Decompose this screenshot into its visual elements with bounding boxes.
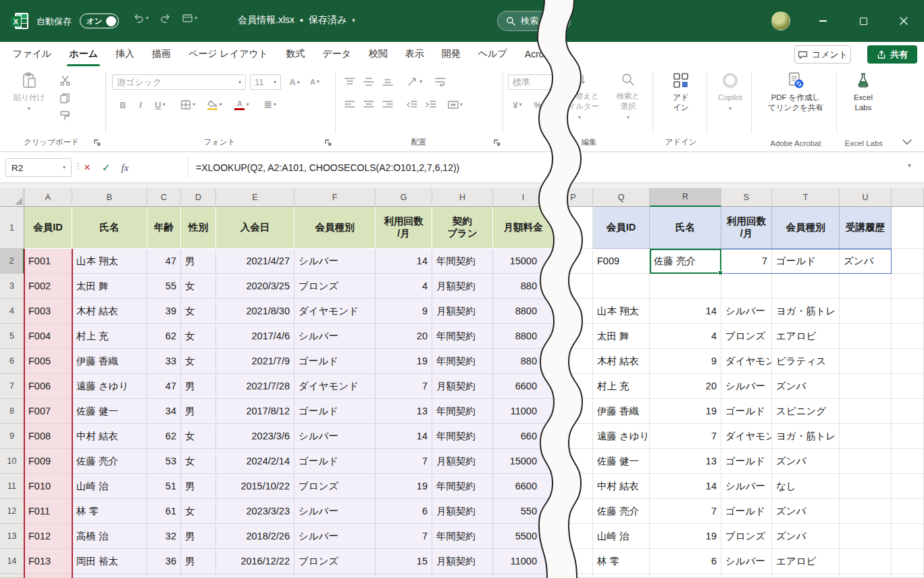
cell-D12[interactable]: 女: [181, 499, 216, 524]
cell-Q8[interactable]: 伊藤 香織: [593, 399, 650, 424]
cell-Q6[interactable]: 木村 結衣: [593, 349, 650, 374]
cell-C11[interactable]: 51: [147, 474, 181, 499]
cell-C12[interactable]: 61: [147, 499, 181, 524]
cell-F10[interactable]: ゴールド: [294, 449, 376, 474]
cell-E3[interactable]: 2020/3/25: [216, 274, 294, 299]
cell-G9[interactable]: 14: [376, 424, 432, 449]
cell-Q13[interactable]: 山崎 治: [593, 524, 650, 549]
cell-V14[interactable]: [892, 549, 924, 574]
pdf-share-button[interactable]: PDF を作成し てリンクを共有: [758, 72, 833, 113]
cell-I12[interactable]: 550: [493, 499, 554, 524]
tab-acrobat[interactable]: Acrobat: [516, 42, 566, 66]
cell-T9[interactable]: ヨガ・筋トレ: [772, 424, 840, 449]
cell-D15[interactable]: [181, 574, 216, 578]
cell-C8[interactable]: 34: [147, 399, 181, 424]
cell-P14[interactable]: [554, 549, 593, 574]
cell-E10[interactable]: 2024/2/14: [216, 449, 294, 474]
cell-R1[interactable]: 氏名: [650, 207, 721, 249]
cell-I5[interactable]: 8800: [493, 324, 554, 349]
cell-U11[interactable]: [840, 474, 892, 499]
format-painter-button[interactable]: [57, 108, 73, 123]
col-header-U[interactable]: U: [840, 188, 892, 207]
cell-U12[interactable]: [840, 499, 892, 524]
cell-T14[interactable]: エアロビ: [772, 549, 840, 574]
col-header-S[interactable]: S: [721, 188, 772, 207]
col-header-Q[interactable]: Q: [593, 188, 650, 207]
cell-E15[interactable]: [216, 574, 294, 578]
cell-S15[interactable]: [721, 574, 772, 578]
cell-C10[interactable]: 53: [147, 449, 181, 474]
cell-F4[interactable]: ダイヤモンド: [294, 299, 376, 324]
cell-R13[interactable]: 19: [650, 524, 721, 549]
cell-G11[interactable]: 19: [376, 474, 432, 499]
font-dialog-launcher[interactable]: [324, 137, 334, 147]
align-left-button[interactable]: [342, 97, 358, 112]
cell-Q1[interactable]: 会員ID: [593, 207, 650, 249]
cell-V6[interactable]: [892, 349, 924, 374]
cell-B7[interactable]: 遠藤 さゆり: [72, 374, 147, 399]
cell-F5[interactable]: シルバー: [294, 324, 376, 349]
merge-center-button[interactable]: ▾: [444, 97, 466, 112]
font-size-combo[interactable]: 11 ▾: [250, 74, 281, 90]
cell-P8[interactable]: [554, 399, 593, 424]
cell-S11[interactable]: シルバー: [721, 474, 772, 499]
cell-F9[interactable]: シルバー: [294, 424, 376, 449]
cell-H6[interactable]: 年間契約: [432, 349, 493, 374]
excel-labs-button[interactable]: Excel Labs: [842, 72, 885, 113]
cell-R11[interactable]: 14: [650, 474, 721, 499]
cell-D6[interactable]: 女: [181, 349, 216, 374]
cell-I10[interactable]: 15000: [493, 449, 554, 474]
col-header-E[interactable]: E: [216, 188, 294, 207]
minimize-button[interactable]: [802, 0, 843, 42]
share-button[interactable]: 共有: [867, 45, 917, 64]
cell-B5[interactable]: 村上 充: [72, 324, 147, 349]
cell-C2[interactable]: 47: [147, 249, 181, 274]
cell-U10[interactable]: [840, 449, 892, 474]
cell-D2[interactable]: 男: [181, 249, 216, 274]
cell-Q10[interactable]: 佐藤 健一: [593, 449, 650, 474]
cell-H12[interactable]: 月額契約: [432, 499, 493, 524]
cell-Q2[interactable]: F009: [593, 249, 650, 274]
col-header-hidden[interactable]: [892, 188, 924, 207]
cell-P3[interactable]: [554, 274, 593, 299]
cell-S4[interactable]: シルバー: [721, 299, 772, 324]
cell-R9[interactable]: 7: [650, 424, 721, 449]
cell-R8[interactable]: 19: [650, 399, 721, 424]
cell-G10[interactable]: 7: [376, 449, 432, 474]
cell-B8[interactable]: 佐藤 健一: [72, 399, 147, 424]
cell-B3[interactable]: 太田 舞: [72, 274, 147, 299]
comments-button[interactable]: コメント: [794, 45, 851, 64]
cell-B10[interactable]: 佐藤 亮介: [72, 449, 147, 474]
decrease-font-button[interactable]: A▾: [307, 74, 323, 89]
cell-H3[interactable]: 月額契約: [432, 274, 493, 299]
close-button[interactable]: [883, 0, 924, 42]
cell-F7[interactable]: ダイヤモンド: [294, 374, 376, 399]
row-header-6[interactable]: 6: [0, 349, 24, 374]
paste-button[interactable]: 貼り付け ▾: [7, 72, 51, 112]
cell-H9[interactable]: 年間契約: [432, 424, 493, 449]
cell-F15[interactable]: [294, 574, 376, 578]
cell-B13[interactable]: 高橋 治: [72, 524, 147, 549]
cell-D14[interactable]: 男: [181, 549, 216, 574]
cell-H10[interactable]: 月額契約: [432, 449, 493, 474]
italic-button[interactable]: I: [132, 97, 149, 112]
cell-R14[interactable]: 6: [650, 549, 721, 574]
cell-I9[interactable]: 660: [493, 424, 554, 449]
cell-U7[interactable]: [840, 374, 892, 399]
cell-U3[interactable]: [840, 274, 892, 299]
clipboard-dialog-launcher[interactable]: [93, 137, 103, 147]
cell-F6[interactable]: ゴールド: [294, 349, 376, 374]
cell-F1[interactable]: 会員種別: [294, 207, 376, 249]
cell-E2[interactable]: 2021/4/27: [216, 249, 294, 274]
insert-function-button[interactable]: fx: [116, 158, 134, 177]
cell-S14[interactable]: シルバー: [721, 549, 772, 574]
cell-P15[interactable]: [554, 574, 593, 578]
cell-U6[interactable]: [840, 349, 892, 374]
cell-Q5[interactable]: 太田 舞: [593, 324, 650, 349]
col-header-H[interactable]: H: [432, 188, 493, 207]
cell-U8[interactable]: [840, 399, 892, 424]
cell-H14[interactable]: 月額契約: [432, 549, 493, 574]
redo-button[interactable]: [159, 13, 172, 24]
cell-G5[interactable]: 20: [376, 324, 432, 349]
cell-A11[interactable]: F010: [24, 474, 72, 499]
